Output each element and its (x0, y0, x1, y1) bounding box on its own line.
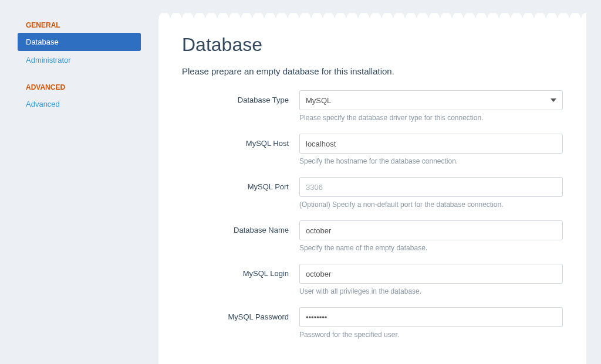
input-database-name[interactable] (299, 220, 563, 240)
input-mysql-host[interactable] (299, 134, 563, 154)
sidebar-item-administrator[interactable]: Administrator (18, 51, 141, 69)
field-mysql-password: MySQL Password Password for the specifie… (182, 307, 563, 339)
sidebar-section-general: GENERAL Database Administrator (18, 18, 141, 69)
main-panel: Database Please prepare an empty databas… (158, 18, 586, 364)
help-mysql-password: Password for the specified user. (299, 331, 563, 339)
sidebar-item-database[interactable]: Database (18, 33, 141, 51)
label-mysql-password: MySQL Password (182, 307, 299, 321)
field-mysql-port: MySQL Port (Optional) Specify a non-defa… (182, 177, 563, 209)
input-mysql-password[interactable] (299, 307, 563, 327)
sidebar-item-advanced[interactable]: Advanced (18, 95, 141, 113)
sidebar-section-advanced: ADVANCED Advanced (18, 80, 141, 113)
input-mysql-port[interactable] (299, 177, 563, 197)
help-mysql-port: (Optional) Specify a non-default port fo… (299, 200, 563, 209)
input-mysql-login[interactable] (299, 264, 563, 284)
help-mysql-host: Specify the hostname for the database co… (299, 157, 563, 165)
help-database-name: Specify the name of the empty database. (299, 244, 563, 252)
help-mysql-login: User with all privileges in the database… (299, 287, 563, 295)
field-mysql-host: MySQL Host Specify the hostname for the … (182, 134, 563, 165)
label-mysql-login: MySQL Login (182, 264, 299, 278)
select-database-type[interactable]: MySQL (299, 90, 563, 110)
label-database-type: Database Type (182, 90, 299, 104)
sidebar-item-label: Advanced (26, 100, 60, 108)
label-mysql-port: MySQL Port (182, 177, 299, 191)
page-subtitle: Please prepare an empty database for thi… (182, 66, 563, 76)
sidebar-item-label: Database (26, 38, 59, 46)
label-mysql-host: MySQL Host (182, 134, 299, 148)
field-database-type: Database Type MySQL Please specify the d… (182, 90, 563, 122)
help-database-type: Please specify the database driver type … (299, 114, 563, 122)
field-mysql-login: MySQL Login User with all privileges in … (182, 264, 563, 295)
sidebar-item-label: Administrator (26, 56, 71, 64)
sidebar-heading-advanced: ADVANCED (18, 80, 141, 95)
sidebar-heading-general: GENERAL (18, 18, 141, 33)
sidebar: GENERAL Database Administrator ADVANCED … (0, 0, 153, 364)
field-database-name: Database Name Specify the name of the em… (182, 220, 563, 252)
page-title: Database (182, 34, 563, 56)
label-database-name: Database Name (182, 220, 299, 234)
